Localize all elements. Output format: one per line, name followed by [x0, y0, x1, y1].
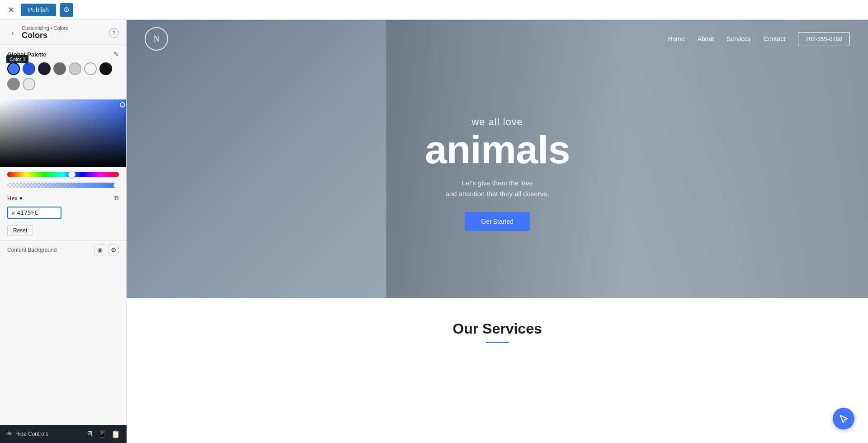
hide-controls-button[interactable]: 👁 Hide Controls	[6, 430, 48, 438]
hex-hash: #	[12, 209, 15, 216]
hero-cta-button[interactable]: Get Started	[465, 212, 530, 231]
hex-label[interactable]: Hex ▾	[7, 195, 23, 202]
chevron-down-icon: ▾	[19, 195, 23, 202]
color-picker[interactable]: Hex ▾ ⧉ # Reset Content Background	[0, 99, 126, 263]
sidebar: ‹ Customizing • Colors Colors ? Global P…	[0, 20, 127, 443]
cursor-icon	[839, 414, 849, 424]
hero-section: N Home About Services Contact 202-555-01…	[127, 20, 868, 298]
help-button[interactable]: ?	[109, 28, 119, 38]
sidebar-title: Colors	[22, 31, 105, 40]
nav-link-contact[interactable]: Contact	[764, 35, 785, 42]
hue-slider-wrap	[0, 167, 126, 183]
alpha-slider[interactable]	[7, 183, 119, 188]
edit-palette-icon[interactable]: ✎	[113, 51, 119, 58]
nav-link-services[interactable]: Services	[726, 35, 751, 42]
hex-input[interactable]	[17, 209, 53, 216]
tablet-icon[interactable]: 📋	[111, 430, 120, 438]
alpha-slider-wrap	[0, 183, 126, 192]
sidebar-header-text: Customizing • Colors Colors	[22, 25, 105, 40]
logo-text: N	[154, 34, 160, 44]
swatch-4[interactable]	[53, 62, 66, 75]
hero-big-text: animals	[425, 130, 570, 170]
nav-phone[interactable]: 202-555-0188	[798, 32, 850, 46]
hex-row: Hex ▾ ⧉	[0, 192, 126, 205]
hero-sub-line1: Let's give them the love	[445, 178, 549, 189]
services-divider	[486, 342, 509, 343]
reset-button-wrap: Reset	[0, 223, 126, 240]
alpha-handle[interactable]	[113, 183, 119, 188]
swatch-3[interactable]	[38, 62, 51, 75]
nav-logo: N	[145, 27, 168, 51]
hex-input-box: #	[7, 207, 61, 219]
gear-icon: ⚙	[63, 5, 70, 14]
sidebar-back-button[interactable]: ‹	[7, 28, 18, 38]
swatch-5[interactable]	[69, 62, 81, 75]
services-section: Our Services	[127, 298, 868, 357]
top-bar: ✕ Publish ⚙	[0, 0, 868, 20]
color-swatches	[7, 62, 119, 90]
gradient-dark-overlay	[0, 99, 126, 167]
hex-input-wrap: #	[0, 205, 126, 223]
hue-handle[interactable]	[68, 171, 75, 178]
picker-handle[interactable]	[120, 102, 125, 108]
preview-area: N Home About Services Contact 202-555-01…	[127, 20, 868, 443]
gradient-canvas[interactable]	[0, 99, 126, 167]
swatch-7[interactable]	[99, 62, 112, 75]
close-button[interactable]: ✕	[5, 4, 17, 16]
hide-controls-label: Hide Controls	[15, 431, 48, 437]
bottom-icons: 🖥 📱 📋	[86, 430, 120, 438]
palette-label-row: Global Palette ✎	[7, 51, 119, 58]
hero-subtitle: Let's give them the love and attention t…	[445, 178, 549, 199]
footer-icon-settings[interactable]: ⚙	[108, 245, 119, 255]
hex-text: Hex	[7, 195, 18, 202]
sidebar-footer-item: Content Background ◉ ⚙	[0, 240, 126, 259]
cursor-fab[interactable]	[833, 408, 854, 429]
swatch-8[interactable]	[7, 78, 20, 90]
mobile-icon[interactable]: 📱	[98, 430, 107, 438]
publish-button[interactable]: Publish	[21, 4, 56, 16]
swatch-1[interactable]	[7, 62, 20, 75]
services-title: Our Services	[145, 320, 850, 337]
alpha-overlay	[7, 183, 119, 188]
sidebar-header: ‹ Customizing • Colors Colors ?	[0, 20, 126, 44]
bottom-bar: 👁 Hide Controls 🖥 📱 📋	[0, 425, 127, 443]
palette-label: Global Palette	[7, 51, 47, 58]
breadcrumb: Customizing • Colors	[22, 25, 105, 31]
reset-button[interactable]: Reset	[7, 225, 33, 236]
hue-slider[interactable]	[7, 172, 119, 177]
nav-link-about[interactable]: About	[698, 35, 714, 42]
main-layout: ‹ Customizing • Colors Colors ? Global P…	[0, 20, 868, 443]
swatch-9[interactable]	[23, 78, 35, 90]
nav-links: Home About Services Contact 202-555-0188	[668, 32, 850, 46]
logo-circle: N	[145, 27, 168, 51]
swatch-6[interactable]	[84, 62, 97, 75]
copy-icon[interactable]: ⧉	[114, 194, 119, 202]
palette-section: Global Palette ✎ Color 1	[0, 44, 126, 99]
hero-small-text: we all love	[472, 116, 523, 128]
eye-icon: 👁	[6, 430, 13, 438]
swatch-2[interactable]	[23, 62, 35, 75]
hero-content: we all love animals Let's give them the …	[127, 49, 868, 298]
hero-sub-line2: and attention that they all deserve.	[445, 189, 549, 199]
sidebar-footer-icons: ◉ ⚙	[94, 245, 119, 255]
desktop-icon[interactable]: 🖥	[86, 430, 93, 438]
settings-button[interactable]: ⚙	[60, 3, 73, 17]
nav-link-home[interactable]: Home	[668, 35, 684, 42]
content-background-label: Content Background	[7, 247, 57, 253]
footer-icon-toggle[interactable]: ◉	[94, 245, 105, 255]
